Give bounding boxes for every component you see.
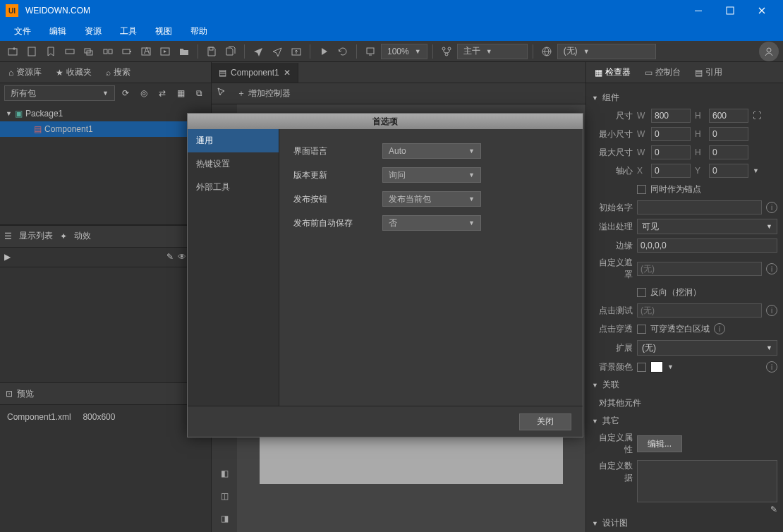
mask-input[interactable] xyxy=(637,262,762,276)
tab-references[interactable]: ▤引用 xyxy=(689,64,728,81)
custom-data-textarea[interactable] xyxy=(637,460,777,502)
save-all-icon[interactable] xyxy=(222,43,239,60)
package-tree[interactable]: ▼ ▣ Package1 ▤ Component1 xyxy=(0,103,211,225)
battery-icon[interactable] xyxy=(119,43,135,60)
info-icon[interactable]: i xyxy=(766,263,777,274)
document-tab[interactable]: ▤ Component1 ✕ xyxy=(212,63,298,83)
swap-icon[interactable]: ⇄ xyxy=(154,85,170,101)
reverse-checkbox[interactable]: 反向（挖洞） xyxy=(637,286,701,298)
branch-dropdown[interactable]: 主干▼ xyxy=(457,44,528,59)
edit-button[interactable]: 编辑... xyxy=(637,435,682,452)
tab-search[interactable]: ⌕搜索 xyxy=(102,64,135,81)
movie-icon[interactable] xyxy=(157,43,174,60)
globe-icon[interactable] xyxy=(538,43,555,60)
minw-input[interactable] xyxy=(651,127,691,141)
menu-resource[interactable]: 资源 xyxy=(76,23,110,40)
update-select[interactable]: 询问▼ xyxy=(382,167,481,183)
tree-component[interactable]: ▤ Component1 xyxy=(0,121,211,137)
publish-select[interactable]: 发布当前包▼ xyxy=(382,191,481,207)
tab-library[interactable]: ⌂资源库 xyxy=(4,64,46,81)
menu-view[interactable]: 视图 xyxy=(147,23,181,40)
hitthrough-checkbox[interactable]: 可穿透空白区域 xyxy=(637,323,710,335)
tab-console[interactable]: ▭控制台 xyxy=(639,64,686,81)
overflow-select[interactable]: 可见▼ xyxy=(637,219,777,234)
new-package-icon[interactable] xyxy=(4,43,21,60)
stack-icon[interactable] xyxy=(80,43,97,60)
zoom-dropdown[interactable]: 100%▼ xyxy=(381,44,427,59)
pivot-dropdown-icon[interactable]: ▼ xyxy=(753,167,759,174)
user-avatar[interactable] xyxy=(759,42,779,61)
text-icon[interactable]: A xyxy=(138,43,154,60)
close-dialog-button[interactable]: 关闭 xyxy=(519,413,571,430)
tree-package[interactable]: ▼ ▣ Package1 xyxy=(0,106,211,121)
pivoty-input[interactable] xyxy=(709,164,748,178)
close-tab-icon[interactable]: ✕ xyxy=(284,68,291,78)
edit-data-icon[interactable]: ✎ xyxy=(770,504,777,514)
upload-icon[interactable] xyxy=(288,43,305,60)
arrow-tool-icon[interactable] xyxy=(216,87,227,100)
maxw-input[interactable] xyxy=(651,145,691,159)
expand-icon[interactable]: ⛶ xyxy=(753,111,761,121)
expand-icon[interactable]: ▼ xyxy=(6,110,12,117)
info-icon[interactable]: i xyxy=(714,323,725,334)
info-icon[interactable]: i xyxy=(766,305,777,316)
tab-display-list[interactable]: 显示列表 xyxy=(19,230,53,242)
menu-tool[interactable]: 工具 xyxy=(111,23,145,40)
branch-icon[interactable] xyxy=(438,43,455,60)
menu-edit[interactable]: 编辑 xyxy=(41,23,75,40)
edit-icon[interactable]: ✎ xyxy=(166,252,174,262)
height-input[interactable] xyxy=(709,109,748,123)
section-component[interactable]: ▼组件 xyxy=(592,89,777,107)
save-icon[interactable] xyxy=(203,43,220,60)
sync-icon[interactable]: ⟳ xyxy=(118,85,133,101)
align-right-icon[interactable]: ◨ xyxy=(215,509,233,528)
folder-icon[interactable] xyxy=(176,43,193,60)
side-hotkeys[interactable]: 热键设置 xyxy=(188,152,279,176)
color-dropdown-icon[interactable]: ▼ xyxy=(667,363,674,370)
pivotx-input[interactable] xyxy=(651,164,691,178)
section-design[interactable]: ▼设计图 xyxy=(592,514,777,532)
section-other[interactable]: ▼其它 xyxy=(592,412,777,430)
minh-input[interactable] xyxy=(709,127,748,141)
publish-all-icon[interactable] xyxy=(269,43,286,60)
play-icon[interactable] xyxy=(315,43,332,60)
display-list[interactable] xyxy=(0,267,211,383)
align-center-icon[interactable]: ◫ xyxy=(215,487,233,505)
refresh-icon[interactable] xyxy=(334,43,351,60)
bookmark-icon[interactable] xyxy=(42,43,59,60)
tab-favorites[interactable]: ★收藏夹 xyxy=(51,64,96,81)
margin-input[interactable] xyxy=(637,238,777,253)
play-small-icon[interactable]: ▶ xyxy=(4,252,11,262)
section-relation[interactable]: ▼关联 xyxy=(592,376,777,394)
menu-help[interactable]: 帮助 xyxy=(182,23,216,40)
tab-preview[interactable]: 预览 xyxy=(17,388,34,400)
autosave-select[interactable]: 否▼ xyxy=(382,215,481,231)
width-input[interactable] xyxy=(651,109,691,123)
split-icon[interactable] xyxy=(99,43,116,60)
eyelash-icon[interactable]: 👁 xyxy=(178,252,186,262)
copy-icon[interactable]: ⧉ xyxy=(191,85,207,101)
info-icon[interactable]: i xyxy=(766,361,777,373)
close-button[interactable] xyxy=(746,0,777,21)
menu-file[interactable]: 文件 xyxy=(6,23,40,40)
locale-dropdown[interactable]: (无)▼ xyxy=(557,44,656,59)
publish-icon[interactable] xyxy=(250,43,267,60)
pivot-anchor-checkbox[interactable]: 同时作为锚点 xyxy=(637,183,701,195)
tab-inspector[interactable]: ▦检查器 xyxy=(589,64,636,81)
side-general[interactable]: 通用 xyxy=(188,129,279,152)
layout-icon[interactable]: ▦ xyxy=(173,85,188,101)
bgcolor-checkbox[interactable] xyxy=(637,363,646,372)
side-external[interactable]: 外部工具 xyxy=(188,176,279,199)
lang-select[interactable]: Auto▼ xyxy=(382,143,481,159)
hittest-input[interactable] xyxy=(637,303,762,318)
align-left-icon[interactable]: ◧ xyxy=(215,464,233,483)
target-icon[interactable]: ◎ xyxy=(136,85,152,101)
info-icon[interactable]: i xyxy=(766,202,777,213)
label-icon[interactable] xyxy=(61,43,78,60)
extend-select[interactable]: (无)▼ xyxy=(637,340,777,356)
minimize-button[interactable] xyxy=(682,0,714,21)
new-component-icon[interactable] xyxy=(23,43,40,60)
device-icon[interactable] xyxy=(362,43,379,60)
maximize-button[interactable] xyxy=(714,0,746,21)
color-swatch[interactable] xyxy=(650,361,663,373)
